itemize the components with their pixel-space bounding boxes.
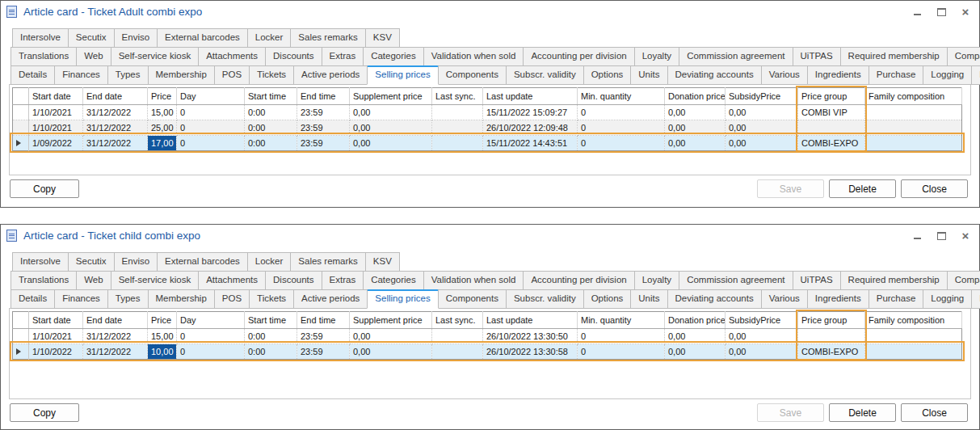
grid-row[interactable]: 1/10/202131/12/202225,0000:0023:590,0026…	[13, 120, 962, 136]
tab-options[interactable]: Options	[583, 289, 632, 309]
cell-subsidyprice[interactable]: 0,00	[726, 105, 798, 120]
grid-row[interactable]: 1/10/202231/12/202210,0000:0023:590,0026…	[13, 344, 962, 360]
tab-web[interactable]: Web	[76, 271, 111, 290]
cell-start-date[interactable]: 1/10/2022	[29, 344, 83, 360]
tab-purchase[interactable]: Purchase	[869, 65, 924, 85]
cell-supplement-price[interactable]: 0,00	[350, 329, 432, 344]
tab-commission-agreement[interactable]: Commission agreement	[679, 271, 793, 290]
cell-subsidyprice[interactable]: 0,00	[726, 344, 798, 360]
tab-pos[interactable]: POS	[214, 65, 250, 85]
cell-donation-price[interactable]: 0,00	[665, 136, 726, 151]
cell-day[interactable]: 0	[177, 136, 245, 151]
minimize-button[interactable]	[911, 230, 923, 242]
maximize-button[interactable]	[936, 6, 947, 18]
column-header-end-time[interactable]: End time	[297, 312, 350, 329]
tab-loyalty[interactable]: Loyalty	[634, 47, 679, 66]
cell-start-time[interactable]: 0:00	[245, 105, 297, 120]
cell-start-date[interactable]: 1/10/2021	[29, 120, 83, 136]
tab-components[interactable]: Components	[438, 65, 507, 85]
titlebar[interactable]: Article card - Ticket child combi expo ×	[1, 225, 979, 247]
tab-selling-prices[interactable]: Selling prices	[367, 289, 438, 309]
cell-start-date[interactable]: 1/09/2022	[29, 136, 83, 151]
column-header-start-time[interactable]: Start time	[245, 88, 297, 105]
tab-purchase[interactable]: Purchase	[869, 289, 924, 309]
tab-ingredients[interactable]: Ingredients	[807, 289, 869, 309]
cell-family-composition[interactable]	[865, 105, 962, 120]
cell-subsidyprice[interactable]: 0,00	[726, 329, 798, 344]
cell-start-time[interactable]: 0:00	[245, 329, 297, 344]
tab-ingredients[interactable]: Ingredients	[807, 65, 869, 85]
tab-commission-agreement[interactable]: Commission agreement	[679, 47, 793, 66]
cell-price[interactable]: 15,00	[148, 105, 177, 120]
tab-finances[interactable]: Finances	[54, 289, 108, 309]
cell-last-update[interactable]: 26/10/2022 13:30:50	[483, 329, 578, 344]
titlebar[interactable]: Article card - Ticket Adult combi expo ×	[1, 1, 979, 23]
tab-enviso[interactable]: Enviso	[114, 252, 158, 272]
tab-active-periods[interactable]: Active periods	[293, 65, 368, 85]
row-selector-cell[interactable]	[13, 105, 29, 120]
cell-end-time[interactable]: 23:59	[297, 329, 350, 344]
cell-price-group[interactable]: COMBI-EXPO	[798, 136, 865, 151]
column-header-donation-price[interactable]: Donation price	[665, 312, 726, 329]
cell-end-date[interactable]: 31/12/2022	[83, 120, 148, 136]
cell-last-sync[interactable]	[432, 344, 483, 360]
cell-price[interactable]: 17,00	[148, 136, 177, 151]
column-header-supplement-price[interactable]: Supplement price	[350, 88, 432, 105]
tab-finances[interactable]: Finances	[54, 65, 108, 85]
cell-donation-price[interactable]: 0,00	[665, 120, 726, 136]
column-header-day[interactable]: Day	[177, 312, 245, 329]
tab-secutix[interactable]: Secutix	[68, 252, 115, 272]
tab-tickets[interactable]: Tickets	[249, 289, 294, 309]
column-header-supplement-price[interactable]: Supplement price	[350, 312, 432, 329]
cell-day[interactable]: 0	[177, 120, 245, 136]
column-header-start-date[interactable]: Start date	[29, 312, 83, 329]
tab-options[interactable]: Options	[583, 65, 632, 85]
delete-button[interactable]: Delete	[829, 179, 896, 198]
column-header-min-quantity[interactable]: Min. quantity	[578, 88, 665, 105]
tab-enviso[interactable]: Enviso	[114, 28, 158, 48]
cell-subsidyprice[interactable]: 0,00	[726, 120, 798, 136]
tab-ksv[interactable]: KSV	[365, 28, 400, 48]
cell-start-date[interactable]: 1/10/2021	[29, 105, 83, 120]
tab-membership[interactable]: Membership	[148, 289, 215, 309]
tab-web[interactable]: Web	[76, 47, 111, 66]
column-header-last-sync[interactable]: Last sync.	[432, 88, 483, 105]
cell-family-composition[interactable]	[865, 344, 962, 360]
tab-discounts[interactable]: Discounts	[265, 271, 322, 290]
cell-start-time[interactable]: 0:00	[245, 344, 297, 360]
close-button[interactable]: Close	[901, 179, 968, 198]
close-button[interactable]: Close	[901, 403, 968, 422]
row-selector-cell[interactable]	[13, 120, 29, 136]
tab-units[interactable]: Units	[630, 65, 667, 85]
tab-categories[interactable]: Categories	[363, 271, 424, 290]
tab-uitpas[interactable]: UiTPAS	[793, 271, 841, 290]
row-selector-cell[interactable]	[13, 329, 29, 344]
cell-end-time[interactable]: 23:59	[297, 344, 350, 360]
column-header-end-date[interactable]: End date	[83, 312, 148, 329]
cell-price-group[interactable]	[798, 329, 865, 344]
tab-locker[interactable]: Locker	[247, 252, 292, 272]
grid-row[interactable]: 1/10/202131/12/202215,0000:0023:590,0015…	[13, 105, 962, 120]
cell-supplement-price[interactable]: 0,00	[350, 105, 432, 120]
close-window-button[interactable]: ×	[960, 230, 971, 242]
tab-required-membership[interactable]: Required membership	[840, 47, 948, 66]
column-header-start-date[interactable]: Start date	[29, 88, 83, 105]
cell-last-update[interactable]: 26/10/2022 13:30:58	[483, 344, 578, 360]
tab-attachments[interactable]: Attachments	[198, 47, 266, 66]
tab-tickets[interactable]: Tickets	[249, 65, 294, 85]
copy-button[interactable]: Copy	[10, 403, 79, 422]
tab-categories[interactable]: Categories	[363, 47, 424, 66]
cell-last-sync[interactable]	[432, 105, 483, 120]
column-header-day[interactable]: Day	[177, 88, 245, 105]
cell-end-date[interactable]: 31/12/2022	[83, 136, 148, 151]
maximize-button[interactable]	[936, 230, 947, 242]
tab-accounting-per-division[interactable]: Accounting per division	[523, 271, 634, 290]
tab-various[interactable]: Various	[761, 289, 808, 309]
tab-logging[interactable]: Logging	[923, 289, 972, 309]
cell-price[interactable]: 25,00	[148, 120, 177, 136]
cell-min-quantity[interactable]: 0	[578, 329, 665, 344]
tab-selling-prices[interactable]: Selling prices	[367, 65, 438, 85]
cell-donation-price[interactable]: 0,00	[665, 329, 726, 344]
tab-companies[interactable]: Companies	[947, 271, 980, 290]
tab-barcodes[interactable]: Barcodes	[971, 289, 980, 309]
